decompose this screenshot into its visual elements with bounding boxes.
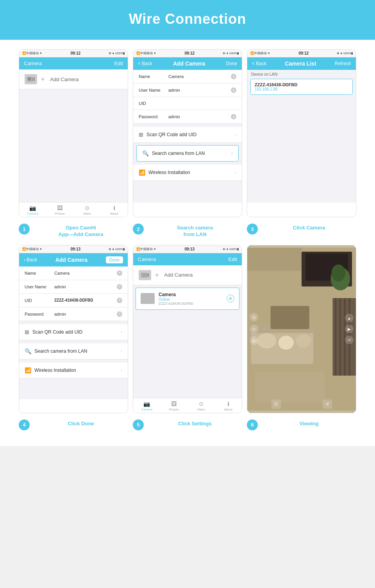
action-wireless-4[interactable]: 📶 Wireless Installation › [19, 362, 128, 378]
step-label-6: Viewing [262, 419, 356, 427]
action-qr-4[interactable]: ⊞ Scan QR Code add UID › [19, 324, 128, 340]
wireless-icon-4: 📶 [25, 367, 31, 373]
username-label-2: User Name [139, 88, 165, 92]
name-clear-2[interactable]: ✕ [231, 74, 236, 79]
tab-picture-1[interactable]: 🖼 Picture [46, 205, 74, 215]
tab-about-5[interactable]: ℹ About [215, 401, 242, 411]
steps-row-1: 1 Open CamHiApp—Add Camera 2 Search came… [8, 224, 367, 238]
camera-icon-1 [25, 74, 37, 84]
username-value-2[interactable]: admin [168, 88, 228, 92]
svg-rect-10 [271, 306, 309, 329]
tab-video-5[interactable]: ⊙ Video [188, 401, 215, 411]
tab-video-label-5: Video [197, 408, 205, 411]
camera-status-5: Online [159, 297, 223, 302]
record-icon[interactable]: ⊙ [250, 325, 258, 333]
page-header: Wire Connection [0, 0, 375, 40]
nav-back-2[interactable]: < Back [138, 61, 152, 66]
picture-tab-icon-1: 🖼 [57, 205, 62, 211]
username-value-4[interactable]: admin [54, 284, 114, 289]
qr-chevron-4: › [121, 329, 122, 335]
svg-marker-1 [33, 77, 35, 82]
camera-settings-btn-5[interactable]: ⚙ [227, 295, 234, 302]
ptz-up-btn[interactable]: ▲ [345, 314, 354, 322]
field-password-4: Password admin ✕ [19, 307, 128, 321]
field-name-2: Name Camera ✕ [133, 70, 242, 83]
password-clear-4[interactable]: ✕ [117, 311, 122, 317]
nav-done-4[interactable]: Done [106, 256, 123, 263]
live-view-panel: ▲ ▶ ↺ ⊡ ⊙ ⊟ ⊡ ↺ [247, 245, 356, 413]
about-tab-icon-1: ℹ [113, 205, 115, 211]
uid-clear-4[interactable]: ✕ [117, 298, 122, 303]
fullscreen-icon[interactable]: ⊟ [250, 336, 258, 345]
signal-1: 📶中国移动 ✦ [22, 51, 42, 55]
nav-bar-3: < Back Camera List Refresh [247, 57, 356, 70]
phone-5: 📶中国移动 ✦ 09:13 ⊕ ● 100%▮ Camera Edit + [133, 245, 242, 413]
time-5: 09:13 [184, 247, 195, 251]
uid-label-4: UID [25, 298, 51, 303]
step-label-3: Click Camera [262, 224, 356, 231]
ptz-refresh-btn[interactable]: ↺ [345, 336, 354, 344]
main-content: 📶中国移动 ✦ 09:12 ⊕ ● 100%▮ Camera Edit [0, 40, 375, 446]
phone-4: 📶中国移动 ✦ 09:13 ⊕ ● 100%▮ ‹ Back Add Camer… [19, 245, 128, 413]
status-bar-3: 📶中国移动 ✦ 09:12 ⊕ ● 100%▮ [247, 50, 356, 57]
nav-action-edit-1[interactable]: Edit [114, 60, 123, 66]
time-2: 09:12 [184, 51, 195, 55]
name-value-4[interactable]: Camera [54, 271, 114, 275]
step-label-1: Open CamHiApp—Add Camera [34, 224, 128, 238]
tab-video-1[interactable]: ⊙ Video [73, 205, 101, 215]
add-camera-row-5[interactable]: + Add Camera [133, 265, 242, 285]
nav-done-2[interactable]: Done [226, 61, 237, 66]
status-bar-4: 📶中国移动 ✦ 09:13 ⊕ ● 100%▮ [19, 245, 128, 253]
nav-back-3[interactable]: < Back [252, 61, 266, 66]
ptz-right-btn[interactable]: ▶ [345, 325, 354, 333]
nav-back-4[interactable]: ‹ Back [24, 257, 37, 263]
name-clear-4[interactable]: ✕ [117, 270, 122, 276]
nav-title-1: Camera [24, 60, 42, 66]
nav-refresh-3[interactable]: Refresh [335, 61, 351, 66]
tab-about-1[interactable]: ℹ About [101, 205, 128, 215]
icons-3: ⊕ ● 100%▮ [337, 52, 353, 55]
search-chevron-4: › [121, 348, 122, 354]
action-search-4[interactable]: 🔍 Search camera from LAN › [19, 343, 128, 359]
action-wireless-2[interactable]: 📶 Wireless Installation › [133, 165, 242, 181]
tab-camera-1[interactable]: 📷 Camera [19, 205, 46, 215]
phone-2-body: Name Camera ✕ User Name admin ✕ UID P [133, 70, 242, 203]
nav-edit-5[interactable]: Edit [229, 256, 237, 262]
video-tab-icon-5: ⊙ [199, 401, 204, 407]
lan-device-name-3: ZZZZ-418438-DDFBD [255, 82, 348, 87]
camera-tab-icon-1: 📷 [29, 205, 36, 211]
svg-point-20 [296, 334, 311, 347]
action-search-2[interactable]: 🔍 Search camera from LAN › [136, 145, 239, 162]
password-value-4[interactable]: admin [54, 312, 114, 316]
nav-bar-2: < Back Add Camera Done [133, 57, 242, 70]
tab-picture-5[interactable]: 🖼 Picture [161, 401, 188, 411]
lan-device-3[interactable]: ZZZZ-418438-DDFBD 192.168.1.88 [250, 79, 353, 95]
add-camera-label-5: Add Camera [164, 272, 193, 278]
camera-name-5: Camera [159, 292, 223, 297]
add-camera-row-1[interactable]: + Add Camera [19, 69, 128, 89]
left-controls: ⊡ ⊙ ⊟ [250, 313, 258, 345]
nav-title-5: Camera [138, 256, 156, 262]
zoom-icon[interactable]: ⊡ [250, 313, 258, 322]
step-circle-1: 1 [19, 224, 30, 234]
step-label-2: Search camerafrom LAN [148, 224, 242, 238]
name-value-2[interactable]: Camera [168, 74, 228, 79]
action-qr-2[interactable]: ⊞ Scan QR Code add UID › [133, 127, 242, 143]
camera-list-item-5[interactable]: Camera Online ZZZZ-418438-DDFBD ⚙ [136, 288, 239, 310]
rotate-btn[interactable]: ↺ [323, 400, 332, 409]
icons-2: ⊕ ● 100%▮ [223, 52, 239, 55]
tab-bar-5: 📷 Camera 🖼 Picture ⊙ Video ℹ About [133, 398, 242, 413]
password-value-2[interactable]: admin [168, 114, 228, 119]
username-clear-2[interactable]: ✕ [231, 87, 236, 93]
tab-video-label-1: Video [83, 212, 91, 215]
username-clear-4[interactable]: ✕ [117, 284, 122, 290]
tab-camera-5[interactable]: 📷 Camera [133, 401, 161, 411]
uid-value-4[interactable]: ZZZZ-418438-DDFBD [54, 298, 114, 302]
icons-1: ⊕ ● 100%▮ [109, 52, 125, 55]
snapshot-btn[interactable]: ⊡ [271, 400, 281, 409]
password-clear-2[interactable]: ✕ [231, 114, 236, 119]
step-2: 2 Search camerafrom LAN [133, 224, 242, 238]
svg-point-19 [278, 336, 294, 350]
step-circle-5: 5 [133, 419, 144, 430]
step-label-5: Click Settings [148, 419, 242, 427]
